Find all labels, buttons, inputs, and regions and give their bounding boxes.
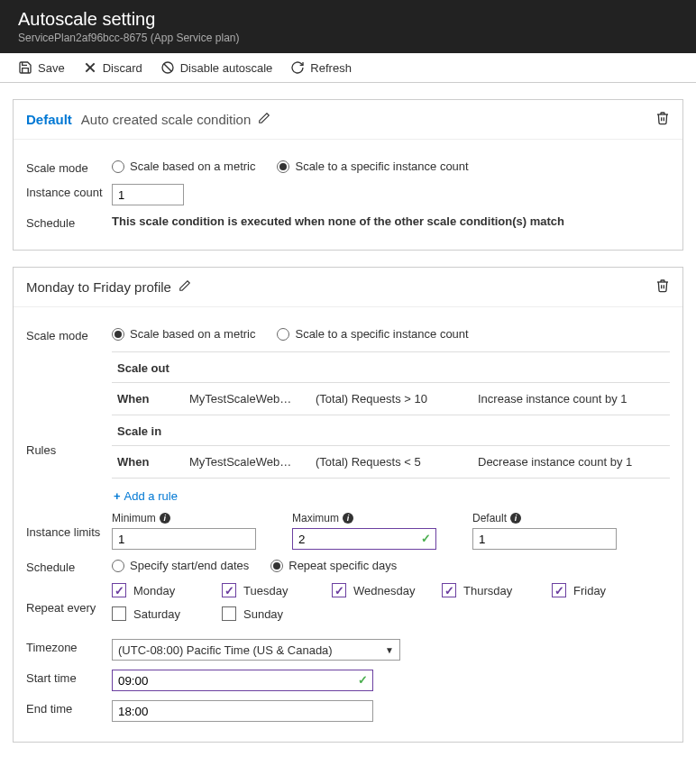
check-icon: ✓: [358, 673, 368, 687]
scale-in-rule[interactable]: When MyTestScaleWebA… (Total) Requests <…: [112, 446, 670, 478]
trash-icon: [655, 278, 670, 293]
day-label: Tuesday: [243, 584, 288, 597]
radio-circle: [277, 160, 289, 173]
day-label: Monday: [133, 584, 175, 597]
scale-out-title: Scale out: [112, 352, 670, 383]
day-label: Thursday: [463, 584, 512, 597]
timezone-select[interactable]: (UTC-08:00) Pacific Time (US & Canada) ▼: [112, 639, 400, 661]
info-icon[interactable]: i: [160, 513, 170, 524]
radio-specify-dates[interactable]: Specify start/end dates: [112, 559, 249, 572]
end-time-label: End time: [26, 700, 112, 716]
checkbox-monday[interactable]: [112, 583, 126, 597]
rules-table: Scale out When MyTestScaleWebA… (Total) …: [112, 351, 670, 479]
refresh-button[interactable]: Refresh: [290, 60, 352, 75]
start-time-input[interactable]: [112, 670, 373, 691]
pencil-icon: [179, 279, 191, 292]
instance-count-input[interactable]: [112, 184, 184, 205]
edit-name-button[interactable]: [179, 279, 191, 295]
rule-metric: (Total) Requests > 10: [316, 392, 460, 406]
radio-scale-specific[interactable]: Scale to a specific instance count: [277, 160, 468, 173]
rule-action: Increase instance count by 1: [478, 392, 670, 406]
day-label: Wednesday: [353, 584, 415, 597]
default-badge: Default: [26, 112, 72, 127]
radio-repeat-days[interactable]: Repeat specific days: [270, 559, 397, 572]
schedule-text: This scale condition is executed when no…: [112, 214, 670, 228]
when-label: When: [117, 455, 171, 469]
discard-button[interactable]: Discard: [83, 60, 142, 75]
instance-count-label: Instance count: [26, 184, 112, 199]
checkbox-wednesday[interactable]: [332, 583, 346, 597]
radio-scale-metric[interactable]: Scale based on a metric: [112, 327, 255, 341]
radio-scale-specific[interactable]: Scale to a specific instance count: [277, 327, 468, 341]
default-label: Defaulti: [472, 512, 617, 524]
profile-name: Monday to Friday profile: [26, 279, 171, 295]
radio-scale-metric[interactable]: Scale based on a metric: [112, 160, 255, 173]
checkbox-tuesday[interactable]: [222, 583, 236, 597]
chevron-down-icon: ▼: [385, 645, 394, 655]
checkbox-sunday[interactable]: [222, 606, 236, 621]
rule-metric: (Total) Requests < 5: [316, 455, 460, 469]
card-header: Default Auto created scale condition: [14, 100, 682, 140]
pencil-icon: [258, 112, 270, 124]
condition-name: Auto created scale condition: [81, 112, 251, 127]
day-label: Sunday: [243, 607, 283, 621]
page-title: Autoscale setting: [18, 9, 678, 30]
trash-icon: [655, 111, 670, 125]
save-button[interactable]: Save: [18, 60, 65, 75]
close-icon: [83, 60, 97, 75]
radio-circle: [270, 560, 283, 572]
timezone-label: Timezone: [26, 639, 112, 654]
save-icon: [18, 60, 32, 75]
day-label: Friday: [573, 584, 606, 597]
schedule-label: Schedule: [26, 214, 112, 230]
checkbox-saturday[interactable]: [112, 606, 126, 621]
day-label: Saturday: [133, 607, 180, 621]
toolbar: Save Discard Disable autoscale Refresh: [0, 53, 696, 83]
disable-icon: [160, 60, 175, 75]
scale-mode-label: Scale mode: [26, 160, 112, 175]
delete-condition-button[interactable]: [655, 278, 670, 296]
scale-mode-label: Scale mode: [26, 327, 112, 342]
info-icon[interactable]: i: [510, 513, 521, 524]
page-header: Autoscale setting ServicePlan2af96bcc-86…: [0, 0, 696, 53]
scale-in-title: Scale in: [112, 415, 670, 446]
radio-circle: [112, 560, 124, 572]
delete-condition-button[interactable]: [655, 111, 670, 128]
instance-limits-label: Instance limits: [26, 524, 112, 539]
maximum-input[interactable]: [292, 528, 436, 550]
default-input[interactable]: [472, 528, 617, 550]
rule-resource: MyTestScaleWebA…: [189, 392, 298, 406]
radio-circle: [112, 328, 124, 341]
repeat-every-label: Repeat every: [26, 599, 112, 615]
plus-icon: +: [114, 489, 121, 503]
checkbox-thursday[interactable]: [442, 583, 456, 597]
schedule-label: Schedule: [26, 559, 112, 574]
radio-circle: [112, 160, 124, 173]
disable-autoscale-button[interactable]: Disable autoscale: [160, 60, 273, 75]
end-time-input[interactable]: [112, 700, 373, 722]
card-header: Monday to Friday profile: [14, 268, 682, 307]
profile-condition-card: Monday to Friday profile Scale mode Scal…: [13, 267, 683, 743]
edit-name-button[interactable]: [258, 112, 270, 127]
rule-resource: MyTestScaleWebA…: [189, 455, 298, 469]
radio-circle: [277, 328, 289, 341]
svg-line-3: [164, 64, 171, 71]
start-time-label: Start time: [26, 670, 112, 685]
rules-label: Rules: [26, 398, 112, 457]
minimum-input[interactable]: [112, 528, 256, 550]
info-icon[interactable]: i: [343, 513, 353, 524]
add-rule-button[interactable]: + Add a rule: [114, 489, 178, 503]
default-condition-card: Default Auto created scale condition Sca…: [13, 99, 683, 251]
rule-action: Decrease instance count by 1: [478, 455, 670, 469]
minimum-label: Minimumi: [112, 512, 256, 524]
page-subtitle: ServicePlan2af96bcc-8675 (App Service pl…: [18, 32, 678, 44]
checkbox-friday[interactable]: [552, 583, 566, 597]
check-icon: ✓: [421, 532, 431, 545]
when-label: When: [117, 392, 171, 406]
refresh-icon: [290, 60, 305, 75]
scale-out-rule[interactable]: When MyTestScaleWebA… (Total) Requests >…: [112, 383, 670, 415]
maximum-label: Maximumi: [292, 512, 436, 524]
